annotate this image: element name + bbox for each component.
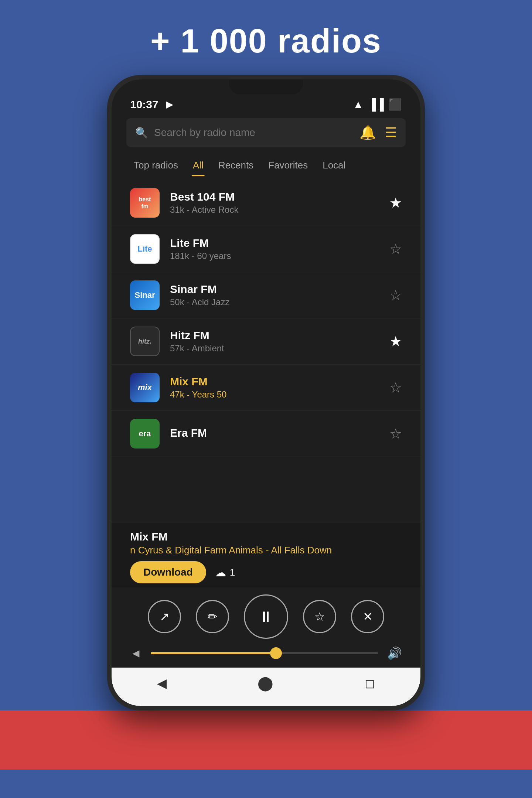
nav-bar: ◀ ⬤ ◻ [112, 668, 420, 706]
bottom-strip [0, 710, 532, 770]
list-item[interactable]: Sinar Sinar FM 50k - Acid Jazz ☆ [112, 272, 420, 318]
radio-logo-best104: bestfm [130, 188, 160, 218]
phone-notch [229, 79, 303, 94]
now-playing: Mix FM n Cyrus & Digital Farm Animals - … [112, 523, 420, 587]
radio-info: Mix FM 47k - Years 50 [170, 375, 389, 400]
edit-button[interactable]: ✏ [196, 600, 229, 633]
radio-name: Mix FM [170, 375, 389, 388]
player-controls: ↗ ✏ ⏸ ☆ ✕ [112, 587, 420, 642]
nav-recents-button[interactable]: ◻ [365, 676, 375, 690]
page-title: + 1 000 radios [0, 22, 532, 60]
tab-all[interactable]: All [185, 154, 211, 176]
now-playing-track: n Cyrus & Digital Farm Animals - All Fal… [130, 545, 402, 556]
nav-back-button[interactable]: ◀ [157, 676, 167, 690]
tab-top-radios[interactable]: Top radios [126, 154, 185, 176]
radio-name: Era FM [170, 427, 389, 439]
upload-cloud-icon: ☁ [215, 566, 226, 579]
favorite-star-1[interactable]: ☆ [389, 241, 402, 257]
favorite-star-0[interactable]: ★ [389, 195, 402, 211]
radio-name: Lite FM [170, 237, 389, 249]
radio-meta: 50k - Acid Jazz [170, 297, 389, 307]
list-item[interactable]: bestfm Best 104 FM 31k - Active Rock ★ [112, 180, 420, 226]
favorite-star-5[interactable]: ☆ [389, 426, 402, 442]
page-header: + 1 000 radios [0, 0, 532, 75]
favorite-star-3[interactable]: ★ [389, 333, 402, 349]
radio-info: Hitz FM 57k - Ambient [170, 329, 389, 354]
phone-wrapper: 10:37 ▶ ▲ ▐▐ ⬛ 🔍 🔔 ☰ Top [107, 75, 425, 710]
list-item[interactable]: Lite Lite FM 181k - 60 years ☆ [112, 226, 420, 272]
share-button[interactable]: ↗ [148, 600, 181, 633]
phone-screen: 10:37 ▶ ▲ ▐▐ ⬛ 🔍 🔔 ☰ Top [112, 79, 420, 706]
search-icons: 🔔 ☰ [359, 125, 397, 140]
radio-logo-sinarfm: Sinar [130, 280, 160, 310]
volume-fill [151, 652, 276, 654]
pause-button[interactable]: ⏸ [244, 594, 288, 639]
radio-info: Best 104 FM 31k - Active Rock [170, 191, 389, 215]
radio-meta: 57k - Ambient [170, 343, 389, 354]
wifi-icon: ▲ [353, 98, 364, 111]
volume-low-icon: ◄ [130, 647, 142, 660]
search-icon: 🔍 [135, 127, 148, 139]
tab-recents[interactable]: Recents [211, 154, 261, 176]
radio-info: Sinar FM 50k - Acid Jazz [170, 283, 389, 307]
radio-list: bestfm Best 104 FM 31k - Active Rock ★ L… [112, 176, 420, 523]
play-icon: ▶ [166, 99, 173, 110]
share-icon: ↗ [160, 610, 170, 624]
list-item[interactable]: hitz. Hitz FM 57k - Ambient ★ [112, 318, 420, 365]
alarm-icon[interactable]: 🔔 [359, 125, 376, 140]
close-button[interactable]: ✕ [351, 600, 384, 633]
tabs: Top radios All Recents Favorites Local [112, 151, 420, 176]
radio-meta: 31k - Active Rock [170, 205, 389, 215]
favorite-icon: ☆ [314, 610, 325, 624]
now-playing-station: Mix FM [130, 531, 402, 543]
radio-logo-hitzfm: hitz. [130, 327, 160, 356]
volume-high-icon: 🔊 [387, 646, 402, 660]
radio-name: Sinar FM [170, 283, 389, 296]
list-item[interactable]: era Era FM ☆ [112, 411, 420, 457]
favorite-button[interactable]: ☆ [303, 600, 336, 633]
status-left: 10:37 ▶ [130, 98, 173, 111]
edit-icon: ✏ [208, 610, 218, 624]
now-playing-actions: Download ☁ 1 [130, 561, 402, 583]
volume-thumb[interactable] [270, 647, 282, 659]
menu-icon[interactable]: ☰ [385, 125, 397, 140]
pause-icon: ⏸ [259, 608, 273, 625]
radio-logo-litefm: Lite [130, 234, 160, 264]
status-right: ▲ ▐▐ ⬛ [353, 98, 402, 111]
volume-bar: ◄ 🔊 [112, 642, 420, 668]
radio-name: Hitz FM [170, 329, 389, 342]
battery-icon: ⬛ [388, 98, 402, 111]
radio-meta: 47k - Years 50 [170, 389, 389, 400]
favorite-star-4[interactable]: ☆ [389, 379, 402, 396]
volume-track[interactable] [151, 652, 378, 654]
tab-local[interactable]: Local [315, 154, 353, 176]
close-icon: ✕ [363, 610, 373, 624]
radio-meta: 181k - 60 years [170, 251, 389, 261]
radio-name: Best 104 FM [170, 191, 389, 203]
radio-logo-mixfm: mix [130, 373, 160, 402]
phone-body: 10:37 ▶ ▲ ▐▐ ⬛ 🔍 🔔 ☰ Top [107, 75, 425, 710]
status-time: 10:37 [130, 98, 158, 111]
list-item[interactable]: mix Mix FM 47k - Years 50 ☆ [112, 365, 420, 411]
upload-number: 1 [230, 567, 235, 578]
download-button[interactable]: Download [130, 561, 206, 583]
favorite-star-2[interactable]: ☆ [389, 287, 402, 303]
search-bar[interactable]: 🔍 🔔 ☰ [126, 118, 406, 147]
nav-home-button[interactable]: ⬤ [258, 675, 273, 691]
tab-favorites[interactable]: Favorites [261, 154, 315, 176]
search-input[interactable] [154, 127, 359, 139]
radio-logo-erafm: era [130, 419, 160, 449]
radio-info: Lite FM 181k - 60 years [170, 237, 389, 261]
upload-count: ☁ 1 [215, 566, 235, 579]
signal-icon: ▐▐ [368, 98, 384, 111]
radio-info: Era FM [170, 427, 389, 441]
